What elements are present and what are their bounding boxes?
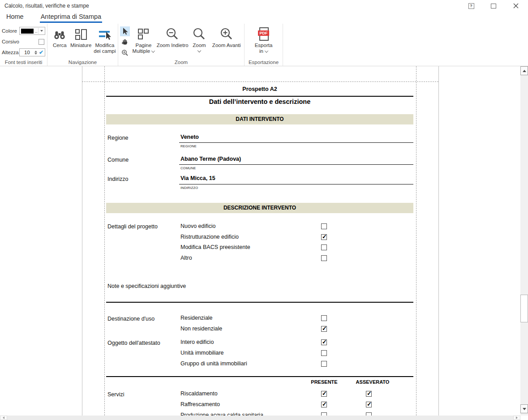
window-controls: ?	[467, 2, 524, 10]
close-button[interactable]	[512, 2, 520, 10]
edit-fields-icon	[98, 26, 112, 43]
option-label: Nuovo edificio	[180, 223, 216, 229]
tab-anteprima-di-stampa[interactable]: Anteprima di Stampa	[40, 12, 102, 23]
option-label: Residenziale	[180, 315, 213, 321]
help-button[interactable]: ?	[467, 2, 475, 10]
scroll-down-icon	[523, 408, 526, 410]
scroll-left-button[interactable]	[0, 416, 7, 420]
checkbox-ristrutturazione-edificio[interactable]	[321, 234, 327, 240]
spin-up-icon	[34, 51, 37, 52]
note-label: Note e specificazioni aggiuntive	[107, 283, 186, 289]
field-label: Indirizzo	[107, 176, 129, 182]
chevron-down-icon	[197, 49, 201, 52]
column-header-presente: PRESENTE	[307, 379, 341, 385]
margin-guide-right	[416, 66, 416, 416]
ribbon: Colore .. Corsivo Altezza 10	[0, 24, 528, 66]
colore-dots: ..	[35, 29, 38, 34]
esporta-label-line1: Esporta	[255, 43, 273, 48]
select-pointer-button[interactable]	[120, 26, 130, 36]
checkbox-nuovo-edificio[interactable]	[321, 223, 327, 229]
field-value[interactable]: Abano Terme (Padova)	[180, 156, 241, 162]
group-label-navigazione: Navigazione	[47, 60, 118, 65]
option-label: Ristrutturazione edificio	[180, 234, 239, 240]
apply-check-icon[interactable]: ✔	[38, 49, 45, 56]
window-title: Calcolo, risultati, verifiche e stampe	[4, 3, 89, 9]
title-bar: Calcolo, risultati, verifiche e stampe ?	[0, 0, 528, 12]
page-right-edge	[438, 66, 439, 416]
vertical-scrollbar-thumb[interactable]	[520, 295, 528, 322]
checkbox-riscaldamento-presente[interactable]	[321, 391, 327, 397]
vertical-scrollbar[interactable]	[520, 66, 528, 416]
checkbox-raffrescamento-asseverato[interactable]	[366, 402, 372, 407]
checkbox-raffrescamento-presente[interactable]	[321, 402, 327, 407]
pan-hand-button[interactable]	[120, 37, 130, 47]
field-value[interactable]: Via Micca, 15	[180, 175, 215, 181]
maximize-button[interactable]	[489, 2, 498, 10]
colore-dropdown[interactable]: ..	[19, 27, 45, 35]
ribbon-tabs: Home Anteprima di Stampa	[0, 12, 528, 24]
corsivo-label: Corsivo	[2, 39, 19, 44]
magnifier-icon	[192, 26, 207, 43]
print-preview-canvas[interactable]: Prospetto A2 Dati dell’intervento e desc…	[0, 66, 520, 416]
checkbox-non-residenziale[interactable]	[321, 326, 327, 332]
doc-rule	[106, 302, 413, 303]
checkbox-residenziale[interactable]	[321, 315, 327, 321]
zoom-out-icon	[165, 26, 180, 43]
zoom-label: Zoom	[193, 43, 206, 48]
chevron-down-icon	[151, 49, 155, 52]
pdf-export-icon: PDF	[256, 26, 272, 43]
field-label: Regione	[107, 135, 129, 141]
corsivo-checkbox[interactable]	[39, 39, 44, 45]
field-caption: COMUNE	[180, 166, 196, 170]
thumbnails-icon	[74, 26, 88, 43]
group-label-zoom: Zoom	[118, 60, 244, 65]
option-label: Non residenziale	[180, 326, 222, 332]
option-label: Raffrescamento	[180, 401, 220, 407]
field-value[interactable]: Veneto	[180, 134, 199, 140]
group-label: Dettagli del progetto	[107, 223, 158, 230]
scroll-right-icon	[516, 416, 518, 419]
checkbox-acs-presente[interactable]	[321, 412, 327, 416]
option-label: Modifica BACS preesistente	[180, 244, 250, 250]
hand-icon	[121, 39, 129, 46]
spin-down-icon	[34, 53, 37, 55]
horizontal-scrollbar[interactable]	[0, 416, 520, 420]
altezza-spinner[interactable]: 10 ✔	[19, 48, 45, 56]
scrollbar-corner	[520, 416, 528, 420]
checkbox-gruppo-unita[interactable]	[321, 361, 327, 367]
magnifier-star-icon	[121, 49, 129, 56]
scroll-up-icon	[523, 70, 526, 72]
help-icon: ?	[468, 3, 474, 9]
doc-rule	[106, 96, 413, 97]
checkbox-acs-asseverato[interactable]	[366, 412, 372, 416]
zoom-region-button[interactable]	[120, 48, 130, 58]
scroll-right-button[interactable]	[513, 416, 520, 420]
scroll-up-button[interactable]	[520, 66, 528, 75]
altezza-value: 10	[20, 50, 34, 55]
checkbox-modifica-bacs[interactable]	[321, 244, 327, 250]
field-label: Comune	[107, 157, 129, 163]
esporta-label-line2: in	[259, 48, 268, 54]
color-swatch	[21, 29, 34, 34]
zoom-indietro-label: Zoom Indietro	[157, 43, 189, 48]
scroll-down-button[interactable]	[520, 404, 528, 413]
option-label: Gruppo di unità immobiliari	[180, 360, 247, 367]
group-esportazione: PDF Esporta in Esportazione	[245, 24, 283, 66]
field-caption: REGIONE	[180, 144, 197, 148]
spinner-arrows[interactable]	[34, 51, 38, 55]
option-label: Altro	[180, 255, 192, 261]
group-label: Destinazione d'uso	[107, 316, 155, 322]
checkbox-intero-edificio[interactable]	[321, 339, 327, 345]
option-label: Intero edificio	[180, 339, 214, 345]
tab-home[interactable]: Home	[5, 12, 25, 21]
group-font-testi-inseriti: Colore .. Corsivo Altezza 10	[0, 24, 47, 66]
group-label: Servizi	[107, 391, 124, 398]
colore-label: Colore	[2, 28, 17, 34]
checkbox-riscaldamento-asseverato[interactable]	[366, 391, 372, 397]
column-header-asseverato: ASSEVERATO	[353, 379, 392, 385]
checkbox-unita-immobiliare[interactable]	[321, 350, 327, 356]
zoom-in-icon	[219, 26, 234, 43]
checkbox-altro[interactable]	[321, 255, 327, 261]
close-icon	[513, 3, 519, 9]
maximize-icon	[491, 4, 496, 9]
